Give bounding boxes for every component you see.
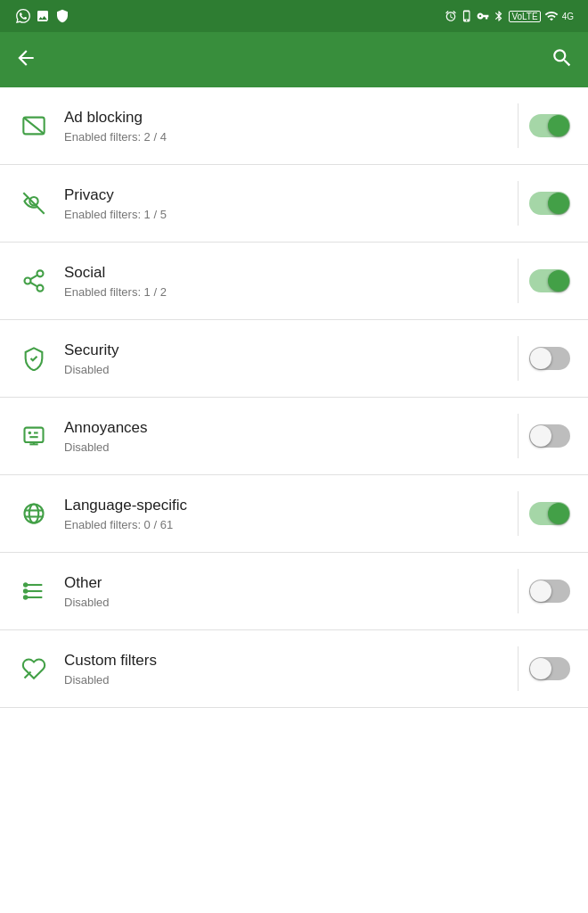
toggle-switch[interactable] bbox=[529, 502, 570, 525]
filter-name: Social bbox=[64, 263, 518, 283]
filter-subtitle: Disabled bbox=[64, 673, 518, 687]
svg-point-6 bbox=[37, 285, 44, 292]
back-button[interactable] bbox=[14, 46, 37, 73]
filter-subtitle: Disabled bbox=[64, 363, 518, 376]
filter-text-block: OtherDisabled bbox=[53, 573, 518, 608]
toggle-switch[interactable] bbox=[529, 269, 570, 292]
svg-point-21 bbox=[24, 583, 28, 587]
toggle-switch[interactable] bbox=[529, 192, 570, 215]
filter-toggle-wrap bbox=[518, 103, 574, 148]
filter-item-annoyances[interactable]: AnnoyancesDisabled bbox=[0, 398, 588, 475]
filter-subtitle: Disabled bbox=[64, 440, 518, 454]
filter-subtitle: Enabled filters: 1 / 5 bbox=[64, 208, 518, 221]
language-icon bbox=[14, 494, 53, 533]
gallery-icon bbox=[36, 9, 50, 23]
filter-text-block: Custom filtersDisabled bbox=[53, 651, 518, 686]
svg-point-23 bbox=[24, 596, 28, 599]
filter-subtitle: Enabled filters: 0 / 61 bbox=[64, 518, 518, 531]
phone-icon bbox=[461, 10, 473, 22]
filter-item-security[interactable]: SecurityDisabled bbox=[0, 320, 588, 398]
alarm-icon bbox=[445, 10, 457, 22]
toggle-thumb bbox=[548, 503, 569, 524]
other-icon bbox=[14, 572, 53, 611]
filter-name: Annoyances bbox=[64, 418, 518, 438]
ad-blocking-icon bbox=[14, 106, 53, 145]
status-bar: VoLTE 4G bbox=[0, 0, 588, 32]
filter-text-block: Ad blockingEnabled filters: 2 / 4 bbox=[53, 108, 518, 143]
svg-point-4 bbox=[37, 270, 44, 276]
toggle-switch[interactable] bbox=[529, 580, 570, 603]
toggle-thumb bbox=[530, 580, 551, 602]
svg-point-22 bbox=[24, 589, 28, 593]
filter-item-language-specific[interactable]: Language-specificEnabled filters: 0 / 61 bbox=[0, 475, 588, 553]
filter-subtitle: Disabled bbox=[64, 596, 518, 609]
toggle-thumb bbox=[548, 270, 569, 292]
toggle-thumb bbox=[530, 425, 551, 447]
search-button[interactable] bbox=[551, 46, 574, 73]
filter-subtitle: Enabled filters: 2 / 4 bbox=[64, 130, 518, 144]
social-icon bbox=[14, 261, 53, 300]
toggle-thumb bbox=[548, 193, 569, 214]
filter-toggle-wrap bbox=[518, 181, 574, 226]
toggle-thumb bbox=[530, 348, 551, 369]
filter-list: Ad blockingEnabled filters: 2 / 4Privacy… bbox=[0, 87, 588, 708]
filter-name: Custom filters bbox=[64, 651, 518, 670]
toggle-switch[interactable] bbox=[529, 114, 570, 137]
key-icon bbox=[477, 10, 489, 22]
custom-icon bbox=[14, 649, 53, 688]
svg-line-1 bbox=[23, 118, 44, 135]
filter-text-block: SecurityDisabled bbox=[53, 341, 518, 375]
filter-name: Privacy bbox=[64, 185, 518, 205]
shield-status-icon bbox=[55, 9, 69, 23]
filter-toggle-wrap bbox=[518, 646, 574, 691]
toggle-switch[interactable] bbox=[529, 424, 570, 448]
svg-point-14 bbox=[25, 505, 44, 523]
app-bar bbox=[0, 32, 588, 87]
filter-subtitle: Enabled filters: 1 / 2 bbox=[64, 285, 518, 299]
svg-point-5 bbox=[25, 278, 31, 284]
svg-point-15 bbox=[29, 505, 39, 523]
filter-toggle-wrap bbox=[518, 569, 574, 613]
filter-toggle-wrap bbox=[518, 414, 574, 458]
annoyances-icon bbox=[14, 416, 53, 456]
filter-toggle-wrap bbox=[518, 336, 574, 381]
network-type: 4G bbox=[562, 12, 574, 21]
bluetooth-icon bbox=[493, 10, 505, 22]
svg-rect-9 bbox=[25, 428, 44, 442]
filter-name: Other bbox=[64, 573, 518, 593]
status-time bbox=[11, 9, 69, 23]
toggle-switch[interactable] bbox=[529, 347, 570, 370]
filter-name: Ad blocking bbox=[64, 108, 518, 127]
filter-item-custom-filters[interactable]: Custom filtersDisabled bbox=[0, 630, 588, 708]
filter-name: Language-specific bbox=[64, 496, 518, 515]
filter-item-other[interactable]: OtherDisabled bbox=[0, 553, 588, 630]
svg-line-7 bbox=[30, 283, 37, 287]
filter-text-block: SocialEnabled filters: 1 / 2 bbox=[53, 263, 518, 298]
filter-toggle-wrap bbox=[518, 491, 574, 536]
filter-text-block: AnnoyancesDisabled bbox=[53, 418, 518, 453]
filter-item-social[interactable]: SocialEnabled filters: 1 / 2 bbox=[0, 243, 588, 320]
whatsapp-icon bbox=[16, 9, 30, 23]
filter-name: Security bbox=[64, 341, 518, 360]
filter-toggle-wrap bbox=[518, 259, 574, 303]
filter-item-privacy[interactable]: PrivacyEnabled filters: 1 / 5 bbox=[0, 165, 588, 243]
security-icon bbox=[14, 339, 53, 378]
volte-badge: VoLTE bbox=[509, 11, 540, 22]
toggle-switch[interactable] bbox=[529, 657, 570, 680]
filter-text-block: Language-specificEnabled filters: 0 / 61 bbox=[53, 496, 518, 531]
toggle-thumb bbox=[548, 115, 569, 136]
filter-text-block: PrivacyEnabled filters: 1 / 5 bbox=[53, 185, 518, 220]
filter-item-ad-blocking[interactable]: Ad blockingEnabled filters: 2 / 4 bbox=[0, 87, 588, 165]
toggle-thumb bbox=[530, 658, 551, 679]
status-right: VoLTE 4G bbox=[441, 9, 577, 23]
privacy-icon bbox=[14, 184, 53, 223]
signal-icon bbox=[544, 9, 559, 23]
svg-line-8 bbox=[30, 276, 37, 280]
